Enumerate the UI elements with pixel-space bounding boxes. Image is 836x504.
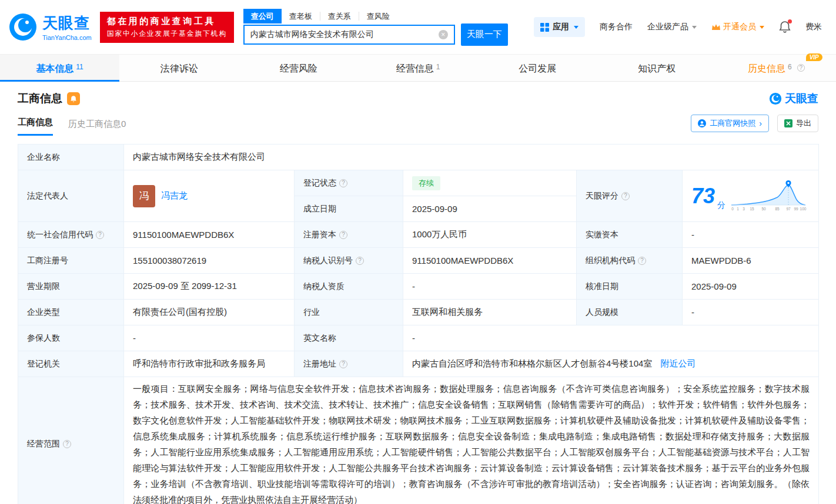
value-approved-date: 2025-09-09 — [683, 274, 819, 300]
label-registration-status: 登记状态 — [295, 170, 403, 196]
nav-enterprise-products[interactable]: 企业级产品 — [647, 22, 697, 32]
label-industry: 行业 — [295, 300, 403, 325]
help-icon[interactable] — [339, 360, 347, 368]
export-button[interactable]: 导出 — [777, 115, 818, 132]
help-icon[interactable] — [96, 231, 104, 239]
help-icon[interactable] — [621, 192, 630, 200]
nav-membership-label: 开通会员 — [723, 22, 756, 32]
watermark-logo-icon — [769, 92, 782, 105]
table-row-company-type: 企业类型 有限责任公司(国有控股) 行业 互联网和相关服务 人员规模 - — [18, 300, 819, 325]
excel-icon — [784, 119, 792, 127]
search-tab-relation[interactable]: 查关系 — [320, 12, 359, 21]
label-tianyan-score: 天眼评分 — [577, 170, 683, 222]
table-row-business-scope: 经营范围 一般项目：互联网安全服务；网络与信息安全软件开发；信息技术咨询服务；数… — [18, 377, 819, 504]
score-number: 73 — [691, 186, 715, 207]
official-snapshot-button[interactable]: 工商官网快照 — [691, 115, 769, 132]
export-label: 导出 — [796, 118, 811, 129]
search-button[interactable]: 天眼一下 — [461, 23, 508, 46]
tab-basic-info[interactable]: 基本信息 11 — [0, 55, 119, 81]
label-paid-capital: 实缴资本 — [577, 222, 683, 248]
logo-domain-text: TianYanCha.com — [42, 34, 92, 41]
value-taxpayer-quality: - — [403, 274, 577, 300]
value-taxpayer-id: 91150100MAEWPDDB6X — [403, 248, 577, 274]
vip-badge: VIP — [806, 53, 822, 61]
label-established-date: 成立日期 — [295, 196, 403, 222]
clear-search-icon[interactable] — [439, 30, 448, 39]
tab-intellectual-property[interactable]: 知识产权 — [597, 55, 717, 81]
legal-rep-avatar[interactable]: 冯 — [133, 185, 155, 207]
value-industry: 互联网和相关服务 — [403, 300, 577, 325]
tianyancha-logo-icon — [8, 12, 38, 42]
table-row-registration-authority: 登记机关 呼和浩特市行政审批和政务服务局 注册地址 内蒙古自治区呼和浩特市和林格… — [18, 351, 819, 377]
value-paid-capital: - — [683, 222, 819, 248]
value-established-date: 2025-09-09 — [403, 196, 577, 222]
label-company-type: 企业类型 — [18, 300, 124, 325]
legal-rep-name-link[interactable]: 冯吉龙 — [161, 190, 188, 201]
chevron-right-icon — [759, 119, 762, 128]
label-registration-number: 工商注册号 — [18, 248, 124, 274]
banner-subtitle: 国家中小企业发展子基金旗下机构 — [107, 29, 227, 39]
crown-icon — [711, 23, 721, 31]
tab-label: 法律诉讼 — [160, 62, 198, 75]
table-row-insured-count: 参保人数 - 英文名称 - — [18, 325, 819, 351]
label-company-name: 企业名称 — [18, 145, 124, 170]
tab-count: 1 — [436, 63, 440, 71]
label-business-term: 营业期限 — [18, 274, 124, 300]
value-insured-count: - — [124, 325, 295, 351]
search-input[interactable] — [250, 30, 439, 39]
subtab-business-registration[interactable]: 工商信息 — [18, 117, 53, 136]
search-box — [243, 25, 455, 45]
subscribe-bell-icon[interactable] — [67, 92, 80, 105]
chart-tick: 1 — [737, 207, 739, 211]
tab-business-operations[interactable]: 经营信息 1 — [358, 55, 477, 81]
table-row-business-term: 营业期限 2025-09-09 至 2099-12-31 纳税人资质 - 核准日… — [18, 274, 819, 300]
help-icon[interactable] — [797, 64, 805, 72]
score-distribution-chart: 0 1 3 15 50 85 97 99 100 — [730, 179, 807, 213]
help-icon[interactable] — [356, 257, 364, 265]
user-menu[interactable]: 费米 — [805, 22, 822, 32]
apps-label: 应用 — [553, 22, 569, 32]
section-header: 工商信息 天眼查 — [0, 82, 836, 106]
nav-business-cooperation[interactable]: 商务合作 — [600, 22, 633, 32]
company-page-tabs: 基本信息 11 法律诉讼 经营风险 经营信息 1 公司发展 知识产权 历史信息 … — [0, 54, 836, 82]
chart-tick: 15 — [750, 207, 754, 211]
value-registration-authority: 呼和浩特市行政审批和政务服务局 — [124, 351, 295, 377]
search-tab-risk[interactable]: 查风险 — [359, 12, 397, 21]
label-registered-capital: 注册资本 — [295, 222, 403, 248]
tianyancha-logo[interactable]: 天眼查 TianYanCha.com — [8, 12, 92, 42]
notifications-bell[interactable] — [779, 21, 791, 33]
banner-slogan: 都在用的商业查询工具 — [107, 16, 227, 27]
nav-enterprise-label: 企业级产品 — [647, 22, 688, 32]
tab-label: 历史信息 — [748, 62, 785, 75]
label-taxpayer-quality: 纳税人资质 — [295, 274, 403, 300]
label-organization-code: 组织机构代码 — [577, 248, 683, 274]
tab-legal-proceedings[interactable]: 法律诉讼 — [119, 55, 239, 81]
value-business-scope: 一般项目：互联网安全服务；网络与信息安全软件开发；信息技术咨询服务；数据处理服务… — [124, 377, 819, 504]
nav-open-membership[interactable]: 开通会员 — [711, 22, 764, 32]
value-registered-address: 内蒙古自治区呼和浩特市和林格尔新区人才创新谷4号楼104室 附近公司 — [403, 351, 819, 377]
help-icon[interactable] — [339, 179, 347, 187]
subtab-row: 工商信息 历史工商信息0 工商官网快照 导出 — [0, 106, 836, 136]
chart-tick: 97 — [786, 207, 791, 211]
help-icon[interactable] — [63, 440, 71, 448]
chart-tick: 85 — [775, 207, 780, 211]
label-business-scope: 经营范围 — [18, 377, 124, 504]
chart-tick: 99 — [794, 207, 798, 211]
search-tab-boss[interactable]: 查老板 — [282, 12, 320, 21]
help-icon[interactable] — [339, 231, 347, 239]
subtab-history-registration[interactable]: 历史工商信息0 — [68, 119, 126, 136]
search-area: 查公司 查老板 查关系 查风险 天眼一下 — [243, 9, 508, 46]
tab-operational-risk[interactable]: 经营风险 — [239, 55, 358, 81]
nearby-companies-link[interactable]: 附近公司 — [661, 358, 696, 368]
chart-tick: 0 — [731, 207, 734, 211]
status-badge: 存续 — [412, 176, 440, 190]
value-tianyan-score: 73 分 0 1 3 15 50 85 97 99 — [683, 170, 819, 222]
apps-menu[interactable]: 应用 — [534, 17, 585, 37]
section-title: 工商信息 — [18, 91, 62, 106]
tab-history-info[interactable]: 历史信息 6 VIP — [717, 55, 836, 81]
help-icon[interactable] — [638, 257, 646, 265]
tab-company-development[interactable]: 公司发展 — [478, 55, 597, 81]
header-right-nav: 应用 商务合作 企业级产品 开通会员 费米 — [534, 17, 822, 37]
label-approved-date: 核准日期 — [577, 274, 683, 300]
search-tab-company[interactable]: 查公司 — [243, 9, 282, 23]
